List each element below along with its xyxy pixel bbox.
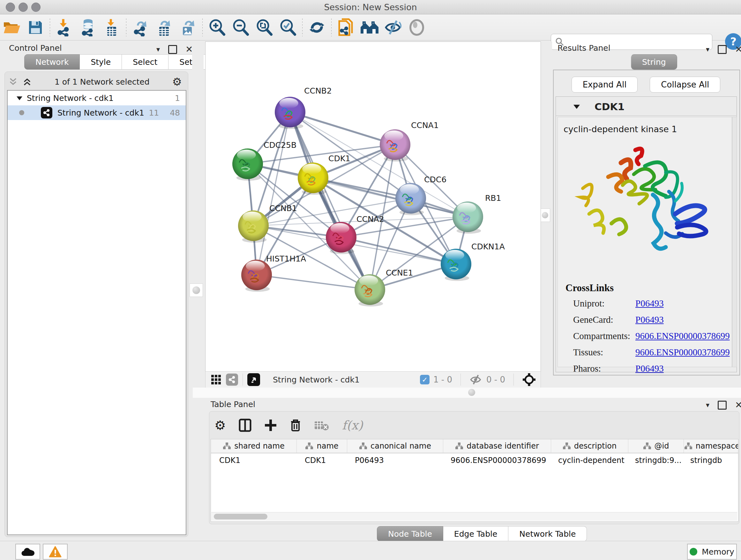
column-header-database-identifier[interactable]: database identifier <box>443 439 551 453</box>
crosslink-link[interactable]: 9606.ENSP00000378699 <box>635 347 730 358</box>
column-header-description[interactable]: description <box>551 439 628 453</box>
import-network-database-button[interactable] <box>76 17 100 38</box>
zoom-out-button[interactable] <box>229 17 253 38</box>
toolbar-separator <box>302 18 302 37</box>
show-columns-icon[interactable] <box>239 419 252 432</box>
table-panel-close-icon[interactable]: ✕ <box>735 400 741 410</box>
birdseye-view-icon[interactable] <box>247 373 260 386</box>
results-panel-close-icon[interactable]: ✕ <box>735 44 741 55</box>
tree-expand-icon[interactable] <box>16 95 23 101</box>
string-home-button[interactable] <box>358 17 381 38</box>
tab-style[interactable]: Style <box>80 54 122 70</box>
control-panel-float-icon[interactable] <box>168 45 177 54</box>
show-panel-button[interactable] <box>405 17 428 38</box>
table-cell[interactable]: CDK1 <box>211 456 296 465</box>
table-panel-collapse-icon[interactable]: ▾ <box>706 401 710 409</box>
protein-section-header[interactable]: CDK1 <box>556 98 736 116</box>
crosslink-link[interactable]: P06493 <box>635 314 664 325</box>
column-header-shared-name[interactable]: shared name <box>211 439 297 453</box>
node-HIST1H1A[interactable]: HIST1H1A <box>241 254 306 292</box>
table-settings-gear-icon[interactable]: ⚙ <box>214 418 226 433</box>
control-panel-collapse-icon[interactable]: ▾ <box>156 45 160 53</box>
main-toolbar: ? <box>0 14 741 41</box>
table-cell[interactable]: stringdb:9... <box>627 456 682 465</box>
save-session-button[interactable] <box>23 17 47 38</box>
node-RB1[interactable]: RB1 <box>453 193 501 234</box>
table-row[interactable]: CDK1CDK1P064939606.ENSP00000378699cyclin… <box>211 453 738 468</box>
tab-string[interactable]: String <box>631 54 677 70</box>
table-cell[interactable]: stringdb <box>682 456 738 465</box>
right-splitter-handle[interactable] <box>540 208 550 222</box>
table-hscrollbar[interactable] <box>211 512 737 521</box>
share-document-button[interactable] <box>334 17 358 38</box>
open-session-button[interactable] <box>0 17 23 38</box>
selected-checkbox-icon[interactable]: ✓ <box>420 375 429 384</box>
splitter-dot-icon <box>542 212 548 219</box>
import-table-button[interactable] <box>100 17 124 38</box>
warnings-button[interactable] <box>43 544 68 560</box>
zoom-fit-button[interactable] <box>253 17 276 38</box>
node-label: HIST1H1A <box>266 254 306 263</box>
section-expand-icon[interactable] <box>573 104 581 110</box>
node-CDC25B[interactable]: CDC25B <box>232 140 296 181</box>
network-collection-row[interactable]: String Network - cdk1 1 <box>8 91 186 105</box>
network-canvas[interactable]: CCNB2CCNA1CDC25BCDK1CDC6RB1CCNB1CCNA2CDK… <box>205 42 541 372</box>
hide-panel-button[interactable] <box>381 17 405 38</box>
export-image-button[interactable] <box>176 17 200 38</box>
network-graph[interactable]: CCNB2CCNA1CDC25BCDK1CDC6RB1CCNB1CCNA2CDK… <box>205 42 541 372</box>
bottom-splitter-handle[interactable] <box>466 388 477 397</box>
expand-all-icon[interactable] <box>22 77 32 86</box>
column-header--id[interactable]: @id <box>628 439 684 453</box>
network-edge-count: 48 <box>170 108 180 118</box>
collapse-all-icon[interactable] <box>8 77 18 86</box>
grid-view-icon[interactable] <box>211 374 221 385</box>
tab-edge-table[interactable]: Edge Table <box>443 526 509 542</box>
crosslink-link[interactable]: P06493 <box>635 298 664 309</box>
column-header-canonical-name[interactable]: canonical name <box>347 439 443 453</box>
add-column-icon[interactable] <box>264 419 277 432</box>
gear-icon[interactable]: ⚙ <box>172 75 182 88</box>
tab-network-table[interactable]: Network Table <box>509 526 587 542</box>
results-panel-float-icon[interactable] <box>718 45 727 54</box>
table-cell[interactable]: P06493 <box>347 456 442 465</box>
table-panel-float-icon[interactable] <box>718 401 727 410</box>
control-panel-close-icon[interactable]: ✕ <box>185 44 193 55</box>
node-CCNB1[interactable]: CCNB1 <box>238 204 297 243</box>
network-share-icon[interactable] <box>226 374 238 386</box>
table-cell[interactable]: CDK1 <box>296 456 347 465</box>
crosslink-link[interactable]: P06493 <box>635 363 664 374</box>
table-cell[interactable]: cyclin-dependent ... <box>550 456 627 465</box>
tab-select[interactable]: Select <box>122 54 169 70</box>
collapse-all-button[interactable]: Collapse All <box>650 77 720 92</box>
zoom-selected-button[interactable] <box>276 17 300 38</box>
export-table-button[interactable] <box>152 17 176 38</box>
node-table[interactable]: shared namenamecanonical namedatabase id… <box>211 439 738 522</box>
edge-CCNA2-CDKN1A[interactable] <box>341 237 456 264</box>
node-CCNA1[interactable]: CCNA1 <box>380 121 439 162</box>
results-panel-collapse-icon[interactable]: ▾ <box>706 45 710 53</box>
crosslink-link[interactable]: 9606.ENSP00000378699 <box>635 331 730 341</box>
tab-node-table[interactable]: Node Table <box>377 526 443 542</box>
expand-all-button[interactable]: Expand All <box>571 77 638 92</box>
tab-network[interactable]: Network <box>24 54 80 70</box>
network-row[interactable]: String Network - cdk1 11 48 <box>8 105 186 120</box>
eye-icon <box>408 19 425 36</box>
left-splitter-handle[interactable] <box>190 284 203 297</box>
node-CDKN1A[interactable]: CDKN1A <box>441 242 505 281</box>
memory-button[interactable]: Memory <box>687 544 737 560</box>
edge-CCNB2-CCNA1[interactable] <box>290 112 395 145</box>
crosshair-icon[interactable] <box>522 373 536 387</box>
splitter-dot-icon <box>468 389 475 396</box>
zoom-in-button[interactable] <box>205 17 229 38</box>
table-hscrollbar-thumb[interactable] <box>214 514 267 519</box>
import-network-file-button[interactable] <box>53 17 76 38</box>
column-header-name[interactable]: name <box>297 439 347 453</box>
column-header-namespace[interactable]: namespace <box>684 439 738 453</box>
results-scrollbar[interactable] <box>732 117 737 367</box>
delete-column-trash-icon[interactable] <box>290 419 301 432</box>
apply-layout-button[interactable] <box>305 17 329 38</box>
export-network-button[interactable] <box>129 17 152 38</box>
edge-HIST1H1A-CCNE1[interactable] <box>257 275 370 290</box>
table-cell[interactable]: 9606.ENSP00000378699 <box>442 456 550 465</box>
cloud-status-button[interactable] <box>15 544 40 560</box>
